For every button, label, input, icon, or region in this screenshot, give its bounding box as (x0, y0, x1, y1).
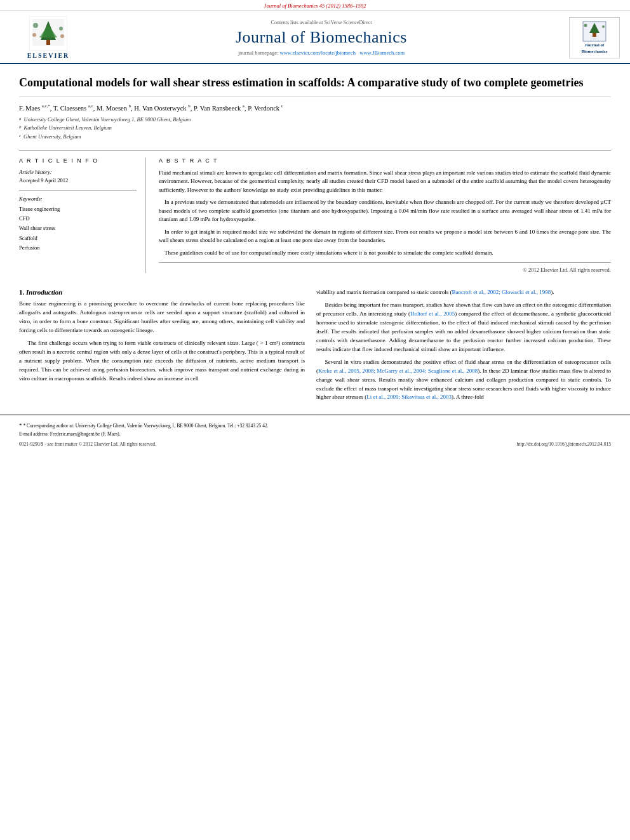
abstract-para-2: In a previous study we demonstrated that… (159, 198, 611, 224)
footer-doi: http://dx.doi.org/10.1016/j.jbiomech.201… (517, 441, 611, 447)
copyright-line: © 2012 Elsevier Ltd. All rights reserved… (159, 262, 611, 273)
journal-homepage: journal homepage: www.elsevier.com/locat… (86, 50, 556, 56)
elsevier-tree-icon (29, 16, 67, 51)
intro-para-2: The first challenge occurs when trying t… (19, 339, 305, 383)
section-1-number: 1. (19, 288, 24, 296)
right-para-2: Besides being important for mass transpo… (316, 301, 611, 354)
svg-rect-12 (593, 33, 596, 37)
abstract-header: A B S T R A C T (159, 157, 611, 164)
journal-header-center: Contents lists available at SciVerse Sci… (86, 20, 556, 56)
footer-issn: 0021-9290/$ - see front matter © 2012 El… (19, 441, 156, 447)
keyword-2: CFD (19, 214, 137, 223)
intro-para-1: Bone tissue engineering is a promising p… (19, 300, 305, 335)
body-section: 1. Introduction Bone tissue engineering … (0, 279, 630, 407)
authors-line: F. Maes a,c,*, T. Claessens a,c, M. Moes… (19, 103, 611, 112)
svg-point-5 (33, 23, 38, 28)
keyword-5: Perfusion (19, 243, 137, 253)
journal-title-main: Journal of Biomechanics (86, 28, 556, 47)
affiliations: a University College Ghent, Valentin Vae… (19, 116, 611, 142)
email-label: E-mail address: (19, 431, 49, 437)
affiliation-b: b Katholieke Universiteit Leuven, Belgiu… (19, 124, 611, 133)
email-value: Frederic.maes@hogent.be (F. Maes). (50, 431, 121, 437)
affiliation-c: c Ghent University, Belgium (19, 133, 611, 142)
affiliation-a: a University College Ghent, Valentin Vae… (19, 116, 611, 124)
ref-holtorf: Holtorf et al., 2005 (410, 310, 455, 317)
elsevier-logo: ELSEVIER (27, 16, 70, 59)
journal-header: ELSEVIER Contents lists available at Sci… (0, 11, 630, 64)
corresponding-author-note: * Corresponding author at: University Co… (23, 423, 268, 429)
journal-header-left: ELSEVIER (10, 16, 86, 59)
body-left-col: 1. Introduction Bone tissue engineering … (19, 288, 305, 407)
elsevier-brand-text: ELSEVIER (27, 52, 70, 59)
footer-note: * * Corresponding author at: University … (19, 422, 611, 430)
article-content: Computational models for wall shear stre… (0, 64, 630, 273)
journal-logo-right: Journal ofBiomechanics (569, 17, 620, 58)
keyword-3: Wall shear stress (19, 223, 137, 233)
right-para-3: Several in vitro studies demonstrated th… (316, 358, 611, 403)
body-right-text: viability and matrix formation compared … (316, 288, 611, 402)
keywords-list: Tissue engineering CFD Wall shear stress… (19, 204, 137, 253)
article-title: Computational models for wall shear stre… (19, 76, 611, 97)
journal-logo-text: Journal ofBiomechanics (581, 43, 607, 54)
abstract-col: A B S T R A C T Fluid mechanical stimuli… (159, 157, 611, 274)
article-info-abstract-section: A R T I C L E I N F O Article history: A… (19, 150, 611, 274)
journal-bar: Journal of Biomechanics 45 (2012) 1586–1… (0, 0, 630, 11)
body-left-text: Bone tissue engineering is a promising p… (19, 300, 305, 383)
abstract-para-4: These guidelines could be of use for com… (159, 249, 611, 258)
article-info-col: A R T I C L E I N F O Article history: A… (19, 157, 146, 274)
keyword-1: Tissue engineering (19, 204, 137, 214)
body-right-col: viability and matrix formation compared … (316, 288, 611, 407)
journal-header-right: Journal ofBiomechanics (556, 17, 620, 58)
section-1-heading: 1. Introduction (19, 288, 305, 296)
keywords-section: Keywords: Tissue engineering CFD Wall sh… (19, 190, 137, 253)
abstract-para-1: Fluid mechanical stimuli are known to up… (159, 169, 611, 195)
ref-kreke: Kreke et al., 2005, 2008; McGarry et al.… (318, 368, 478, 374)
svg-point-8 (60, 34, 64, 38)
svg-rect-2 (46, 40, 50, 45)
journal-bar-text: Journal of Biomechanics 45 (2012) 1586–1… (264, 3, 366, 9)
footer-email: E-mail address: Frederic.maes@hogent.be … (19, 430, 611, 437)
article-footer: * * Corresponding author at: University … (0, 415, 630, 452)
journal-logo-icon (582, 20, 607, 43)
keyword-4: Scaffold (19, 234, 137, 243)
abstract-para-3: In order to get insight in required mode… (159, 228, 611, 245)
abstract-text: Fluid mechanical stimuli are known to up… (159, 169, 611, 258)
article-info-header: A R T I C L E I N F O (19, 157, 137, 164)
svg-point-7 (32, 33, 36, 37)
svg-point-14 (602, 25, 605, 28)
svg-point-13 (584, 24, 587, 27)
section-1-title: Introduction (26, 288, 62, 296)
sciverse-line: Contents lists available at SciVerse Sci… (86, 20, 556, 25)
right-para-1: viability and matrix formation compared … (316, 288, 611, 297)
ref-bancroft: Bancroft et al., 2002; Glowacki et al., … (452, 289, 551, 295)
ref-li: Li et al., 2009; Sikavitsas et al., 2003 (366, 394, 452, 400)
history-label: Article history: (19, 169, 137, 175)
svg-point-6 (59, 27, 63, 30)
footer-bottom: 0021-9290/$ - see front matter © 2012 El… (19, 441, 611, 447)
keywords-label: Keywords: (19, 196, 137, 202)
article-history: Article history: Accepted 9 April 2012 (19, 169, 137, 183)
history-value: Accepted 9 April 2012 (19, 177, 68, 183)
